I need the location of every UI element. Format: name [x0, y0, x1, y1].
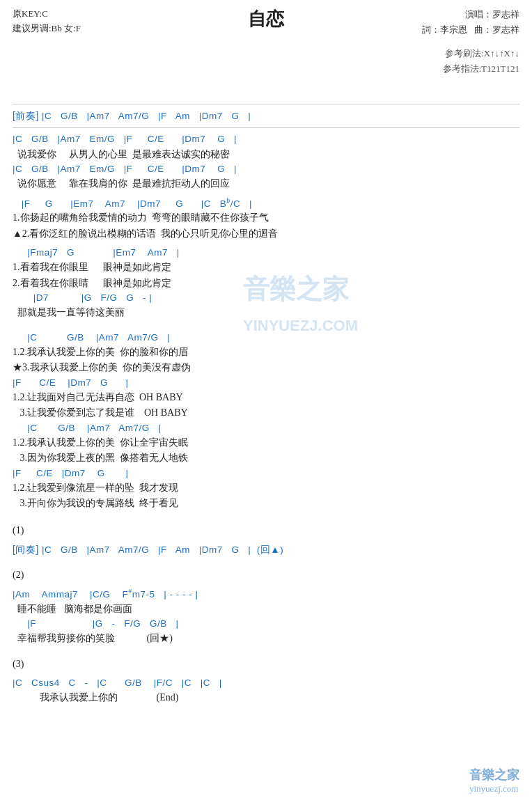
section2-chord2: |F |G - F/G G/B | [13, 617, 519, 631]
verse1-lyric1: 说我爱你 从男人的心里 是最难表达诚实的秘密 [13, 147, 519, 162]
section-verse1: |C G/B |Am7 Em/G |F C/E |Dm7 G | 说我爱你 从男… [13, 132, 519, 191]
chorus1-lyric8: 3.开向你为我设的专属路线 终于看见 [13, 496, 519, 511]
verse1-chord2: |C G/B |Am7 Em/G |F C/E |Dm7 G | [13, 162, 519, 176]
section3-chord1: |C Csus4 C - |C G/B |F/C |C |C | [13, 676, 519, 690]
section-2-label: (2) [13, 567, 519, 583]
prechorus-lyric1: 1.看着我在你眼里 眼神是如此肯定 [13, 260, 519, 275]
lyricist: 詞：李宗恩 [422, 24, 467, 35]
performer-info: 演唱：罗志祥 詞：李宗恩 曲：罗志祥 [422, 7, 519, 38]
key-info: 原KEY:C 建议男调:Bb 女:F [13, 7, 81, 36]
section-3-label: (3) [13, 657, 519, 672]
header: 原KEY:C 建议男调:Bb 女:F 自恋 演唱：罗志祥 詞：李宗恩 曲：罗志祥… [13, 7, 519, 31]
bridge1-lyric2: ▲2.看你泛红的脸说出模糊的话语 我的心只听见你心里的迴音 [13, 226, 519, 242]
section2-lyric2: 幸福帮我剪接你的笑脸 (回★) [13, 631, 519, 646]
chorus1-lyric6: 3.因为你我爱上夜的黑 像搭着无人地铁 [13, 450, 519, 466]
chorus1-lyric4: 3.让我爱你爱到忘了我是谁 OH BABY [13, 405, 519, 421]
bridge1-lyric1: 1.你扬起的嘴角给我爱情的动力 弯弯的眼睛藏不住你孩子气 [13, 210, 519, 226]
prechorus-chord2: |D7 |G F/G G - | [13, 291, 519, 305]
footer-watermark: 音樂之家 yinyuezj.com [469, 767, 519, 794]
section-prelude: [前奏] |C G/B |Am7 Am7/G |F Am |Dm7 G | [13, 109, 519, 123]
original-key: 原KEY:C [13, 7, 81, 22]
section2-chord1: |Am Ammaj7 |C/G F#m7-5 | - - - - | [13, 587, 519, 602]
interlude1-chord: [间奏] |C G/B |Am7 Am7/G |F Am |Dm7 G | (回… [13, 542, 519, 557]
lyricist-composer: 詞：李宗恩 曲：罗志祥 [422, 22, 519, 38]
divider-1 [13, 127, 519, 128]
section2-num: (2) [13, 567, 519, 583]
divider-top [13, 104, 519, 104]
section-3: |C Csus4 C - |C G/B |F/C |C |C | 我承认我爱上你… [13, 676, 519, 706]
interlude1-num: (1) [13, 523, 519, 538]
chorus1-lyric7: 1.2.让我爱到像流星一样的坠 我才发现 [13, 480, 519, 496]
chorus1-lyric3: 1.2.让我面对自己无法再自恋 OH BABY [13, 390, 519, 405]
chorus1-lyric1: 1.2.我承认我爱上你的美 你的脸和你的眉 [13, 345, 519, 360]
section-2: |Am Ammaj7 |C/G F#m7-5 | - - - - | 睡不能睡 … [13, 587, 519, 647]
chorus1-lyric5: 1.2.我承认我爱上你的美 你让全宇宙失眠 [13, 435, 519, 450]
prechorus-lyric3: 那就是我一直等待这美丽 [13, 305, 519, 320]
prechorus-chord1: |Fmaj7 G |Em7 Am7 | [13, 246, 519, 260]
chorus1-lyric2: ★3.我承认我爱上你的美 你的美没有虚伪 [13, 360, 519, 375]
section3-num: (3) [13, 657, 519, 672]
composer: 曲：罗志祥 [474, 24, 519, 35]
singer: 演唱：罗志祥 [422, 7, 519, 22]
suggested-key: 建议男调:Bb 女:F [13, 22, 81, 36]
bridge1-chord1: |F G |Em7 Am7 |Dm7 G |C Bb/C | [13, 196, 519, 211]
prechorus-lyric2: 2.看着我在你眼睛 眼神是如此肯定 [13, 276, 519, 291]
verse1-chord1: |C G/B |Am7 Em/G |F C/E |Dm7 G | [13, 132, 519, 146]
chorus1-chord2: |F C/E |Dm7 G | [13, 376, 519, 390]
verse1-lyric2: 说你愿意 靠在我肩的你 是最难抗拒动人的回应 [13, 176, 519, 191]
prelude-chords: [前奏] |C G/B |Am7 Am7/G |F Am |Dm7 G | [13, 109, 519, 123]
section-chorus1: |C G/B |Am7 Am7/G | 1.2.我承认我爱上你的美 你的脸和你的… [13, 331, 519, 512]
section-prechorus: |Fmaj7 G |Em7 Am7 | 1.看着我在你眼里 眼神是如此肯定 2.… [13, 246, 519, 321]
strumming-pattern: 参考刷法:X↑↓↑X↑↓ [443, 46, 520, 61]
section-bridge1: |F G |Em7 Am7 |Dm7 G |C Bb/C | 1.你扬起的嘴角给… [13, 196, 519, 242]
section-interlude1-label: (1) [13, 523, 519, 538]
fingering-pattern: 参考指法:T121T121 [443, 61, 520, 77]
chorus1-chord4: |F C/E |Dm7 G | [13, 467, 519, 480]
reference-info: 参考刷法:X↑↓↑X↑↓ 参考指法:T121T121 [443, 46, 520, 77]
section3-lyric1: 我承认我爱上你的 (End) [13, 690, 519, 705]
section2-lyric1: 睡不能睡 脑海都是你画面 [13, 602, 519, 617]
chorus1-chord3: |C G/B |Am7 Am7/G | [13, 421, 519, 435]
chorus1-chord1: |C G/B |Am7 Am7/G | [13, 331, 519, 345]
section-interlude1: [间奏] |C G/B |Am7 Am7/G |F Am |Dm7 G | (回… [13, 542, 519, 557]
